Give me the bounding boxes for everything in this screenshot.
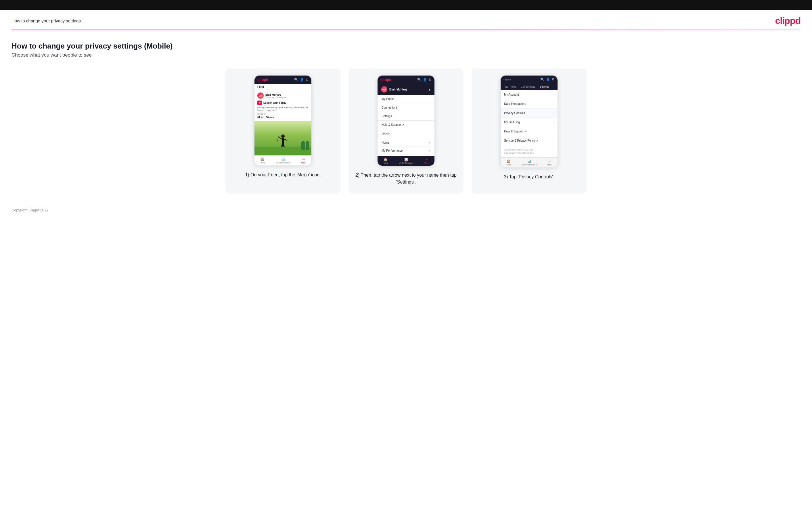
m2-username: Blair McHarg bbox=[389, 88, 407, 91]
m1-user-row: BM Blair McHarg Yesterday · Sunningdale bbox=[257, 93, 308, 99]
m3-settings-icon: ⚙ bbox=[552, 77, 555, 81]
m2-logo: clippd bbox=[380, 77, 391, 82]
m2-help-support[interactable]: Help & Support ↗ bbox=[377, 121, 435, 129]
data-integrations-chevron-icon: › bbox=[553, 103, 554, 105]
m2-logout[interactable]: Logout bbox=[377, 129, 435, 137]
m1-lesson-icon: 🎯 bbox=[257, 101, 262, 105]
m1-nav-menu-label: Menu bbox=[301, 162, 306, 164]
main-content: How to change your privacy settings (Mob… bbox=[0, 30, 812, 200]
privacy-controls-label: Privacy Controls bbox=[504, 111, 525, 115]
m3-version: Clippd Client Version: 2022.8.3-3 GQL Se… bbox=[501, 145, 558, 157]
step-3-description: 3) Tap 'Privacy Controls'. bbox=[504, 173, 554, 180]
m2-bn-close[interactable]: ✕ Menu bbox=[424, 158, 429, 164]
tab-settings[interactable]: Settings bbox=[538, 83, 552, 90]
m3-bn-menu-label: Menu bbox=[547, 164, 552, 166]
tree-1 bbox=[301, 141, 305, 150]
help-support-label: Help & Support ↗ bbox=[504, 130, 527, 133]
logo: clippd bbox=[775, 15, 801, 26]
m1-duration-val: 01 hr : 30 min bbox=[257, 116, 308, 119]
m3-bn-home[interactable]: 🏠 Home bbox=[506, 159, 511, 166]
m2-chevron-up-icon: ▲ bbox=[428, 88, 431, 91]
step-1-card: clippd 🔍 👤 ⚙ Feed BM Blair McHarg bbox=[225, 68, 341, 193]
m1-post: BM Blair McHarg Yesterday · Sunningdale … bbox=[254, 90, 311, 121]
svg-line-2 bbox=[278, 137, 282, 139]
step-3-card: ‹ Back 🔍 👤 ⚙ My Profile Connections Sett… bbox=[471, 68, 587, 193]
my-golf-bag-chevron-icon: › bbox=[553, 121, 554, 124]
header-title: How to change your privacy settings bbox=[11, 18, 81, 23]
step-1-description: 1) On your Feed, tap the 'Menu' icon. bbox=[245, 171, 320, 178]
setting-service-privacy[interactable]: Service & Privacy Policy ↗ bbox=[501, 136, 558, 145]
m3-settings-list: My Account › Data Integrations › Privacy… bbox=[501, 90, 558, 145]
setting-my-golf-bag[interactable]: My Golf Bag › bbox=[501, 118, 558, 127]
m1-duration-label: Duration bbox=[257, 113, 308, 115]
m1-feed-tab[interactable]: Feed bbox=[254, 84, 311, 90]
m1-nav-performance[interactable]: 📊 My Performance bbox=[276, 157, 291, 164]
m3-back-button[interactable]: ‹ Back bbox=[504, 78, 511, 81]
m2-icons: 🔍 👤 ⚙ bbox=[417, 78, 432, 81]
m1-icons: 🔍 👤 ⚙ bbox=[294, 78, 308, 81]
tree-2 bbox=[306, 141, 309, 150]
m2-profile-icon: 👤 bbox=[423, 78, 427, 81]
menu-icon: ☰ bbox=[302, 157, 305, 161]
m1-user-name: Blair McHarg bbox=[265, 93, 287, 96]
privacy-controls-chevron-icon: › bbox=[553, 112, 554, 115]
my-golf-bag-label: My Golf Bag bbox=[504, 121, 520, 124]
service-privacy-label: Service & Privacy Policy ↗ bbox=[504, 139, 538, 142]
m1-nav-perf-label: My Performance bbox=[276, 162, 291, 164]
search-icon: 🔍 bbox=[294, 78, 298, 81]
top-bar bbox=[0, 0, 812, 10]
page-heading: How to change your privacy settings (Mob… bbox=[11, 42, 801, 51]
copyright-text: Copyright Clippd 2022 bbox=[11, 208, 49, 212]
m3-menu-icon: ☰ bbox=[548, 159, 551, 163]
m1-avatar: BM bbox=[257, 93, 264, 99]
m2-connections[interactable]: Connections bbox=[377, 103, 435, 112]
setting-help-support[interactable]: Help & Support ↗ bbox=[501, 127, 558, 136]
setting-data-integrations[interactable]: Data Integrations › bbox=[501, 99, 558, 109]
settings-icon: ⚙ bbox=[306, 78, 308, 81]
setting-privacy-controls[interactable]: Privacy Controls › bbox=[501, 109, 558, 118]
m1-user-info: Blair McHarg Yesterday · Sunningdale bbox=[265, 93, 287, 98]
m3-bottom-nav: 🏠 Home 📊 My Performance ☰ Menu bbox=[501, 157, 558, 167]
m2-bn-perf-label: My Performance bbox=[399, 162, 413, 164]
m2-perf-icon: 📊 bbox=[404, 158, 408, 161]
m3-perf-icon: 📊 bbox=[527, 159, 531, 163]
m2-user-row[interactable]: BM Blair McHarg ▲ bbox=[377, 84, 435, 95]
m3-bn-home-label: Home bbox=[506, 164, 511, 166]
m3-version-line2: GQL Server Version: 2022.7.30-1 bbox=[504, 151, 554, 155]
m2-bn-close-label: Menu bbox=[424, 162, 429, 164]
mockup-1: clippd 🔍 👤 ⚙ Feed BM Blair McHarg bbox=[254, 75, 312, 166]
m2-nav-perf-label: My Performance bbox=[382, 149, 403, 152]
m2-search-icon: 🔍 bbox=[417, 78, 421, 81]
m3-bn-perf-label: My Performance bbox=[522, 164, 537, 166]
mockup-2: clippd 🔍 👤 ⚙ BM Blair McHarg ▲ bbox=[377, 75, 435, 166]
m1-user-sub: Yesterday · Sunningdale bbox=[265, 96, 287, 98]
m2-my-profile[interactable]: My Profile bbox=[377, 95, 435, 103]
svg-point-0 bbox=[281, 134, 285, 138]
m3-bn-performance[interactable]: 📊 My Performance bbox=[522, 159, 537, 166]
m3-home-icon: 🏠 bbox=[507, 159, 511, 163]
profile-icon: 👤 bbox=[300, 78, 304, 81]
tab-connections[interactable]: Connections bbox=[518, 83, 538, 90]
m2-nav-home[interactable]: Home ▾ bbox=[382, 139, 430, 147]
tab-my-profile[interactable]: My Profile bbox=[502, 83, 518, 90]
m1-lesson-title: Lesson with Fordy bbox=[263, 101, 287, 104]
header: How to change your privacy settings clip… bbox=[0, 10, 812, 30]
m2-bn-home[interactable]: 🏠 Home bbox=[383, 158, 388, 164]
m3-icons: 🔍 👤 ⚙ bbox=[540, 77, 555, 81]
m2-bn-performance[interactable]: 📊 My Performance bbox=[399, 158, 413, 164]
m2-bottom-nav: 🏠 Home 📊 My Performance ✕ Menu bbox=[377, 156, 435, 166]
setting-my-account[interactable]: My Account › bbox=[501, 90, 558, 99]
m3-profile-icon: 👤 bbox=[546, 77, 550, 81]
m2-settings[interactable]: Settings bbox=[377, 112, 435, 121]
m3-bn-menu[interactable]: ☰ Menu bbox=[547, 159, 552, 166]
m2-menu-overlay: My Profile Connections Settings Help & S… bbox=[377, 95, 435, 137]
m2-nav-performance[interactable]: My Performance ▾ bbox=[382, 147, 430, 155]
my-account-chevron-icon: › bbox=[553, 93, 554, 96]
m3-version-line1: Clippd Client Version: 2022.8.3-3 bbox=[504, 148, 554, 151]
m1-nav-menu[interactable]: ☰ Menu bbox=[301, 157, 306, 164]
svg-line-3 bbox=[284, 139, 287, 140]
m3-search-icon: 🔍 bbox=[540, 77, 544, 81]
m1-logo: clippd bbox=[257, 77, 268, 82]
m3-header: ‹ Back 🔍 👤 ⚙ bbox=[501, 75, 558, 83]
m1-nav-home[interactable]: 🏠 Home bbox=[260, 157, 265, 164]
